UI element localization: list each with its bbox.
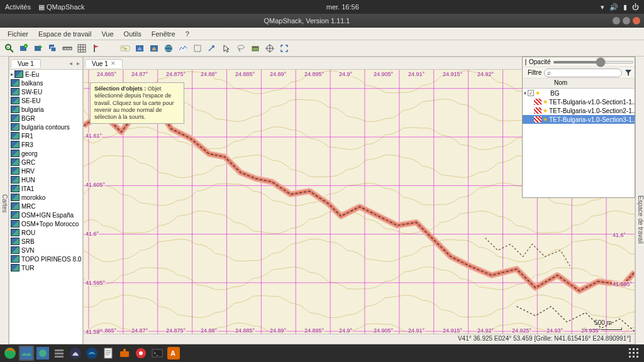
map-list-label: MRC [21, 203, 36, 210]
menu-vue[interactable]: Vue [96, 29, 118, 39]
right-gutter-label[interactable]: Espace de travail [635, 57, 644, 344]
dock-qmapshack-icon[interactable] [19, 346, 34, 361]
left-gutter-label[interactable]: Cartes [0, 57, 9, 344]
grid-coord-label: 24.875° [165, 327, 186, 334]
tree-item[interactable]: ★TET-Bulgaria-v1.0-Section1-1... [523, 97, 635, 106]
map-list-item[interactable]: FR3 [9, 140, 82, 149]
dock-thunderbird-icon[interactable] [84, 346, 99, 361]
close-tab-icon[interactable]: ✕ [111, 60, 116, 67]
activities-button[interactable]: Activités [5, 3, 31, 11]
night-icon[interactable] [104, 41, 118, 55]
workspace-tree[interactable]: ▾✓★BG★TET-Bulgaria-v1.0-Section1-1...★TE… [523, 89, 635, 197]
geocache-icon[interactable] [248, 41, 262, 55]
grid-coord-label: 24.925° [511, 327, 532, 334]
app-indicator[interactable]: ▦ QMapShack [38, 3, 85, 11]
map-list-item[interactable]: SRB [9, 237, 82, 246]
map-list-item[interactable]: GRC [9, 158, 82, 167]
map-list-item[interactable]: BGR [9, 114, 82, 123]
map-icon [14, 70, 23, 78]
tree-root[interactable]: ▾✓★BG [523, 89, 635, 97]
lasso-icon[interactable] [234, 41, 248, 55]
globe-icon[interactable] [162, 41, 175, 55]
map-list-item[interactable]: SE-EU [9, 96, 82, 105]
layer-a-icon[interactable] [133, 41, 147, 55]
close-button[interactable] [633, 17, 640, 25]
svg-rect-65 [55, 349, 64, 351]
menu-fichier[interactable]: Fichier [3, 29, 33, 39]
map-list-item[interactable]: ITA1 [9, 184, 82, 193]
map-list-item[interactable]: bulgaria [9, 105, 82, 114]
map-list-item[interactable]: bulgaria contours [9, 123, 82, 131]
tab-scroll-arrows[interactable]: ◂ ▸ [69, 60, 81, 67]
menu-fenetre[interactable]: Fenêtre [147, 29, 180, 39]
opacity-toggle[interactable] [525, 59, 526, 65]
map-list-item[interactable]: SW-EU [9, 87, 82, 96]
funnel-icon[interactable] [625, 69, 632, 77]
dock-software-icon[interactable] [117, 346, 132, 361]
dock-help-icon[interactable] [133, 346, 148, 361]
workspace-panel: Opacité Filtre ⌕ Nom ▾✓★BG★TET-Bulgaria-… [522, 57, 635, 198]
fullscreen-icon[interactable] [277, 41, 291, 55]
crosshair-icon[interactable] [263, 41, 277, 55]
map-list-label: morokko [21, 194, 45, 201]
menu-outils[interactable]: Outils [119, 29, 147, 39]
opacity-slider[interactable] [553, 61, 634, 63]
cursor-icon[interactable] [219, 41, 233, 55]
power-icon[interactable]: ⏻ [632, 3, 639, 11]
map-list-item[interactable]: OSM+IGN España [9, 211, 82, 219]
dock-firefox-icon[interactable] [3, 346, 18, 361]
window-titlebar[interactable]: QMapShack, Version 1.11.1 [0, 14, 644, 28]
poi-flag-icon[interactable] [89, 41, 103, 55]
layer-b-icon[interactable] [147, 41, 161, 55]
maximize-button[interactable] [623, 17, 630, 25]
map-list-item[interactable]: HUN [9, 175, 82, 184]
map-view-tab[interactable]: Vue 1✕ [85, 59, 123, 68]
dock-app1-icon[interactable] [68, 346, 83, 361]
filter-row: Filtre ⌕ [523, 67, 635, 79]
map-list-item[interactable]: TUR [9, 263, 82, 272]
map-list-item[interactable]: SVN [9, 246, 82, 255]
grid-icon[interactable] [75, 41, 89, 55]
menu-help[interactable]: ? [180, 29, 194, 39]
dock-map2-icon[interactable] [35, 346, 50, 361]
map-list-item[interactable]: balkans [9, 79, 82, 87]
profile-icon[interactable] [176, 41, 190, 55]
tree-item[interactable]: ★TET-Bulgaria-v1.0-Section2-1... [523, 106, 635, 115]
map-list-item[interactable]: FR1 [9, 131, 82, 140]
grid-coord-label: 24.88° [200, 71, 218, 77]
show-apps-icon[interactable] [629, 348, 640, 359]
dock-anki-icon[interactable]: A [166, 346, 181, 361]
selection-tooltip: Sélection d'objets : Objet sélectionné d… [90, 82, 184, 124]
select-square-icon[interactable] [191, 41, 204, 55]
copy-view-icon[interactable] [46, 41, 60, 55]
grid-coord-label: 24.92° [477, 71, 494, 77]
map-list-item[interactable]: TOPO PIRINEOS 8.0 [9, 255, 82, 263]
maps-list[interactable]: E-EubalkansSW-EUSE-EUbulgariaBGRbulgaria… [9, 70, 82, 344]
map-list-item[interactable]: georg [9, 149, 82, 158]
filter-field[interactable]: ⌕ [544, 69, 622, 77]
tree-item[interactable]: ★TET-Bulgaria-v1.0-Section3-1... [523, 115, 635, 124]
ruler-icon[interactable] [60, 41, 74, 55]
map-list-item[interactable]: morokko [9, 193, 82, 202]
minimize-button[interactable] [613, 17, 620, 25]
dock-text-icon[interactable] [101, 346, 116, 361]
menu-espace[interactable]: Espace de travail [33, 29, 96, 39]
add-view-icon[interactable]: + [17, 41, 31, 55]
dock-files-icon[interactable] [52, 346, 67, 361]
maps-tab[interactable]: Vue 1 [11, 59, 41, 68]
map-list-item[interactable]: E-Eu [9, 70, 82, 79]
map-list-item[interactable]: HRV [9, 167, 82, 175]
map-list-item[interactable]: OSM+Topo Morocco [9, 219, 82, 228]
tip-icon[interactable]: Tip [118, 41, 132, 55]
dock-terminal-icon[interactable]: >_ [150, 346, 165, 361]
zoom-tool-icon[interactable]: + [3, 41, 16, 55]
battery-icon[interactable]: ▮ [623, 3, 627, 11]
network-icon[interactable]: ▾ [601, 3, 604, 11]
route-arrow-icon[interactable] [205, 41, 219, 55]
save-view-icon[interactable] [31, 41, 45, 55]
map-list-item[interactable]: MRC [9, 202, 82, 211]
grid-coord-label: 24.91° [408, 71, 425, 77]
volume-icon[interactable]: 🔊 [609, 3, 618, 11]
map-icon [11, 97, 19, 104]
map-list-item[interactable]: ROU [9, 228, 82, 237]
